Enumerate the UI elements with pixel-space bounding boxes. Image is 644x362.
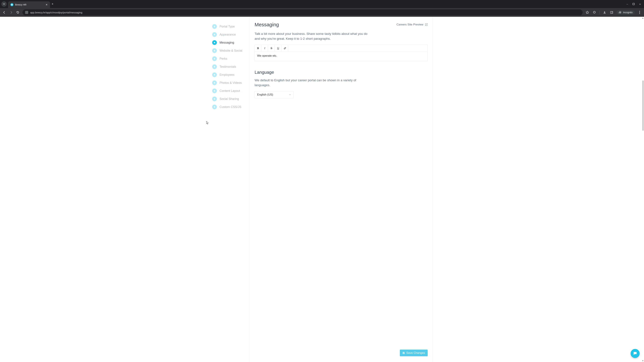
code-icon <box>212 105 217 109</box>
back-button[interactable] <box>2 10 6 14</box>
editor-toolbar: B I S U <box>255 45 428 52</box>
bold-button[interactable]: B <box>255 45 262 52</box>
scroll-thumb[interactable] <box>642 80 644 131</box>
tabs-dropdown[interactable] <box>1 1 7 7</box>
page-body: Portal TypeAppearanceMessagingWebsite & … <box>0 17 644 362</box>
layout-icon <box>212 24 217 29</box>
chevron-down-icon <box>289 94 291 96</box>
bookmark-button[interactable] <box>585 10 589 14</box>
sidebar-item-label: Social Sharing <box>220 97 239 101</box>
photo-icon <box>212 80 217 85</box>
quote-icon <box>212 64 217 69</box>
svg-point-15 <box>214 90 215 91</box>
reload-button[interactable] <box>16 10 20 14</box>
save-icon <box>402 352 405 354</box>
chat-fab[interactable] <box>630 349 640 358</box>
sidebar-item-testimonials[interactable]: Testimonials <box>211 63 250 71</box>
svg-point-5 <box>639 12 640 13</box>
link-icon <box>284 47 286 50</box>
sidebar-item-label: Employees <box>220 73 234 77</box>
sidebar-item-employees[interactable]: Employees <box>211 71 250 79</box>
gift-icon <box>212 56 217 61</box>
language-heading: Language <box>254 70 428 75</box>
sidebar-item-custom-css-js[interactable]: Custom CSS/JS <box>211 103 250 111</box>
scroll-down-arrow[interactable]: ▼ <box>642 360 644 362</box>
sidebar-item-label: Website & Social <box>220 49 242 52</box>
incognito-icon <box>619 11 622 13</box>
save-button-label: Save Changes <box>406 351 425 355</box>
sidebar-item-photos-videos[interactable]: Photos & Videos <box>211 79 250 87</box>
svg-point-7 <box>214 26 215 27</box>
minimize-button[interactable]: — <box>626 3 628 5</box>
url-text: app.breezy.hr/app/c/moodjoy/portal/messa… <box>30 11 82 14</box>
tab-close-button[interactable]: ✕ <box>46 3 48 6</box>
page-title: Messaging <box>254 22 279 27</box>
careers-preview-label: Careers Site Preview <box>396 23 423 26</box>
svg-rect-2 <box>610 11 613 13</box>
sidebar-item-messaging[interactable]: Messaging <box>211 38 250 46</box>
brush-icon <box>212 32 217 37</box>
url-field[interactable]: app.breezy.hr/app/c/moodjoy/portal/messa… <box>22 9 582 15</box>
sidebar-item-website-social[interactable]: Website & Social <box>211 46 250 55</box>
incognito-indicator[interactable]: Incognito <box>617 10 634 14</box>
tab-title: Breezy HR <box>15 3 26 6</box>
browser-tab[interactable]: Breezy HR ✕ <box>8 1 50 8</box>
svg-point-9 <box>214 42 215 43</box>
careers-preview-link[interactable]: Careers Site Preview <box>396 23 428 26</box>
chat-icon <box>633 351 637 356</box>
browser-menu-button[interactable] <box>638 10 642 14</box>
rich-text-editor: B I S U We operate etc. <box>254 45 428 61</box>
strikethrough-button[interactable]: S <box>268 45 275 52</box>
link-button[interactable] <box>282 45 288 52</box>
tab-strip: Breezy HR ✕ + — ✕ <box>0 0 644 8</box>
svg-rect-1 <box>633 3 634 5</box>
sidebar-item-label: Custom CSS/JS <box>220 105 241 109</box>
svg-point-13 <box>214 74 215 75</box>
forward-button[interactable] <box>9 10 13 14</box>
save-changes-button[interactable]: Save Changes <box>400 350 428 356</box>
svg-point-0 <box>11 4 12 5</box>
tab-favicon <box>10 3 14 6</box>
sidebar-item-appearance[interactable]: Appearance <box>211 30 250 38</box>
language-selected-value: English (US) <box>257 93 273 96</box>
editor-textarea[interactable]: We operate etc. <box>255 52 428 61</box>
sidebar-item-label: Content Layout <box>220 89 240 93</box>
sidebar-item-content-layout[interactable]: Content Layout <box>211 87 250 95</box>
chat-icon <box>212 40 217 45</box>
sidepanel-button[interactable] <box>610 10 614 14</box>
language-select[interactable]: English (US) <box>254 91 294 98</box>
svg-point-16 <box>214 98 215 99</box>
underline-button[interactable]: U <box>275 45 282 52</box>
incognito-label: Incognito <box>623 11 632 14</box>
sidebar-item-label: Messaging <box>220 41 234 44</box>
scrollbar[interactable]: ▲ ▼ <box>641 17 644 362</box>
svg-point-6 <box>639 13 640 14</box>
close-window-button[interactable]: ✕ <box>639 3 641 5</box>
sidebar-item-label: Photos & Videos <box>220 81 242 85</box>
browser-chrome: Breezy HR ✕ + — ✕ app.breezy.hr/app/c/mo… <box>0 0 644 17</box>
extensions-button[interactable] <box>592 10 596 14</box>
sidebar-item-portal-type[interactable]: Portal Type <box>211 22 250 30</box>
svg-point-12 <box>214 66 215 67</box>
new-tab-button[interactable]: + <box>52 2 54 6</box>
main-panel: Messaging Careers Site Preview Talk a bi… <box>250 17 433 362</box>
sidebar-item-perks[interactable]: Perks <box>211 55 250 63</box>
svg-point-17 <box>214 106 215 108</box>
svg-point-14 <box>214 82 215 83</box>
italic-button[interactable]: I <box>262 45 268 52</box>
globe-icon <box>212 96 217 101</box>
svg-point-4 <box>639 11 640 11</box>
sidebar: Portal TypeAppearanceMessagingWebsite & … <box>211 17 250 362</box>
downloads-button[interactable] <box>602 10 606 14</box>
messaging-description: Talk a bit more about your business. Sha… <box>254 31 368 41</box>
svg-point-11 <box>214 58 215 59</box>
users-icon <box>212 72 217 77</box>
address-bar: app.breezy.hr/app/c/moodjoy/portal/messa… <box>0 8 644 17</box>
sidebar-item-social-sharing[interactable]: Social Sharing <box>211 95 250 103</box>
external-link-icon <box>425 23 428 26</box>
window-controls: — ✕ <box>626 3 644 5</box>
maximize-button[interactable] <box>632 3 634 5</box>
site-settings-icon[interactable] <box>25 11 28 14</box>
grid-icon <box>212 88 217 93</box>
scroll-up-arrow[interactable]: ▲ <box>642 17 644 19</box>
